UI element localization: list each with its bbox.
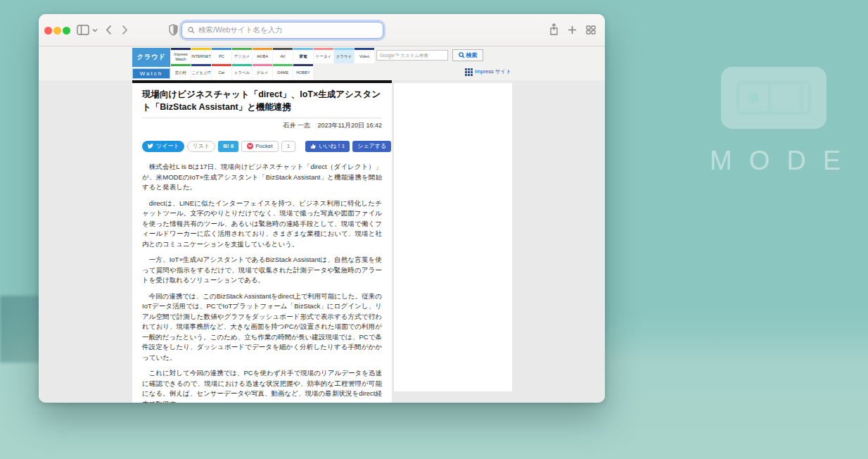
pocket-button[interactable]: Pocket (241, 141, 278, 152)
nav-tab-top-0[interactable]: ImpressWatch (171, 48, 191, 63)
impress-sites-label: Impress サイト (475, 68, 511, 75)
pocket-button-label: Pocket (255, 143, 272, 149)
tweet-list-button-label: リスト (193, 142, 210, 150)
article-column: 現場向けビジネスチャット「direct」、IoT×生成アシスタント「BizSta… (132, 83, 392, 403)
twitter-bird-icon (147, 143, 154, 149)
new-tab-icon[interactable] (568, 25, 577, 34)
browser-toolbar: 検索/Webサイト名を入力 (39, 14, 605, 46)
nav-tab-top-8[interactable]: クラウド (334, 48, 354, 63)
nav-tab-top-3[interactable]: デジカメ (232, 48, 252, 63)
nav-tab-top-1[interactable]: INTERNET (191, 48, 211, 63)
pocket-icon (247, 143, 253, 149)
address-search-field[interactable]: 検索/Webサイト名を入力 (181, 22, 383, 39)
nav-tab-bottom-0[interactable]: 窓の杜 (171, 64, 191, 80)
grid-icon (465, 68, 473, 76)
nav-tab-bottom-3[interactable]: トラベル (232, 64, 252, 80)
site-header: クラウド Watch ImpressWatchINTERNETPCデジカメAKI… (39, 46, 605, 80)
address-placeholder: 検索/Webサイト名を入力 (198, 25, 283, 35)
nav-tab-bottom-4[interactable]: グルメ (253, 64, 272, 80)
nav-tab-bottom-6[interactable]: HOBBY (293, 64, 313, 80)
article-paragraph: これに対して今回の連携では、PCを使わず片手で現場のリアルデータを迅速に確認でき… (142, 368, 382, 403)
nav-tab-top-9[interactable]: Video (355, 48, 374, 63)
title-divider (142, 118, 382, 118)
tweet-button[interactable]: ツイート (142, 141, 184, 152)
thumbs-up-icon (310, 143, 317, 149)
nav-tab-bottom-5[interactable]: GAME (273, 64, 293, 80)
nav-row-bottom: 窓の杜こどもとITCarトラベルグルメGAMEHOBBY (171, 64, 313, 80)
article-title: 現場向けビジネスチャット「direct」、IoT×生成アシスタント「BizSta… (142, 89, 382, 113)
web-page: クラウド Watch ImpressWatchINTERNETPCデジカメAKI… (39, 46, 605, 403)
nav-tab-top-4[interactable]: AKIBA (253, 48, 272, 63)
sidebar-toggle-icon[interactable] (77, 25, 89, 35)
share-icon[interactable] (549, 23, 559, 36)
nav-tab-bottom-2[interactable]: Car (212, 64, 231, 80)
pocket-count[interactable]: 1 (281, 141, 295, 152)
social-share-bar: ツイートリストB! 8Pocket1いいね！1シェアする (142, 140, 382, 152)
mode-watermark-label: MODE (693, 146, 855, 176)
tab-overview-icon[interactable] (586, 25, 596, 34)
publish-date: 2023年11月20日 16:42 (318, 122, 382, 129)
article-body: 株式会社L is Bは17日、現場向けビジネスチャット「direct（ダイレクト… (142, 162, 382, 403)
sidebar-ad-area (394, 83, 512, 391)
hatena-bookmark-button[interactable]: B! 8 (218, 141, 238, 152)
cloud-watch-logo[interactable]: クラウド Watch (132, 48, 170, 79)
nav-tab-bottom-1[interactable]: こどもとIT (191, 64, 211, 80)
nav-tab-top-7[interactable]: ケータイ (314, 48, 333, 63)
logo-bottom-label: Watch (132, 68, 170, 79)
logo-top-label: クラウド (132, 48, 170, 67)
privacy-shield-icon[interactable] (169, 24, 178, 36)
impress-sites-link[interactable]: Impress サイト (465, 65, 511, 78)
search-icon (459, 52, 465, 58)
tweet-button-label: ツイート (156, 142, 179, 150)
nav-tab-top-6[interactable]: 家電 (293, 48, 313, 63)
safari-window: 検索/Webサイト名を入力 クラウド Watch ImpressWatchINT… (39, 14, 605, 403)
author-name[interactable]: 石井 一志 (283, 122, 311, 129)
hatena-bookmark-button-label: B! 8 (223, 143, 234, 149)
facebook-like-button[interactable]: いいね！1 (305, 141, 350, 152)
article-paragraph: directは、LINEに似たインターフェイスを持つ、ビジネス利用に特化したチャ… (142, 199, 382, 250)
facebook-like-button-label: いいね！1 (319, 142, 345, 150)
share-button[interactable]: シェアする (352, 141, 391, 152)
site-search-button[interactable]: 検索 (452, 49, 483, 61)
zoom-window-button[interactable] (63, 27, 70, 34)
site-search-label: 検索 (466, 51, 478, 59)
article-paragraph: 株式会社L is Bは17日、現場向けビジネスチャット「direct（ダイレクト… (142, 162, 382, 193)
sidebar-menu-chevron-icon[interactable] (92, 28, 98, 32)
article-byline: 石井 一志 2023年11月20日 16:42 (142, 121, 382, 130)
minimize-window-button[interactable] (53, 27, 61, 34)
tweet-list-button[interactable]: リスト (187, 141, 216, 152)
google-custom-search-input[interactable] (376, 50, 448, 61)
search-icon (188, 27, 195, 34)
article-paragraph: 一方、IoT×生成AIアシスタントであるBizStack Assistantは、… (142, 255, 382, 286)
nav-row-top: ImpressWatchINTERNETPCデジカメAKIBAAV家電ケータイク… (171, 48, 374, 63)
back-button[interactable] (106, 25, 112, 35)
share-button-label: シェアする (357, 142, 386, 150)
close-window-button[interactable] (44, 27, 52, 34)
article-paragraph: 今回の連携では、このBizStack Assistantをdirect上で利用可… (142, 291, 382, 363)
forward-button[interactable] (122, 25, 128, 35)
pocket-count-label: 1 (287, 143, 290, 149)
nav-tab-top-5[interactable]: AV (273, 48, 293, 63)
mode-watermark: MODE (693, 67, 855, 176)
mode-logo-icon (721, 67, 826, 129)
nav-tab-top-2[interactable]: PC (212, 48, 231, 63)
desktop-background: MODE 検索/Webサイト名を入力 (0, 0, 868, 459)
